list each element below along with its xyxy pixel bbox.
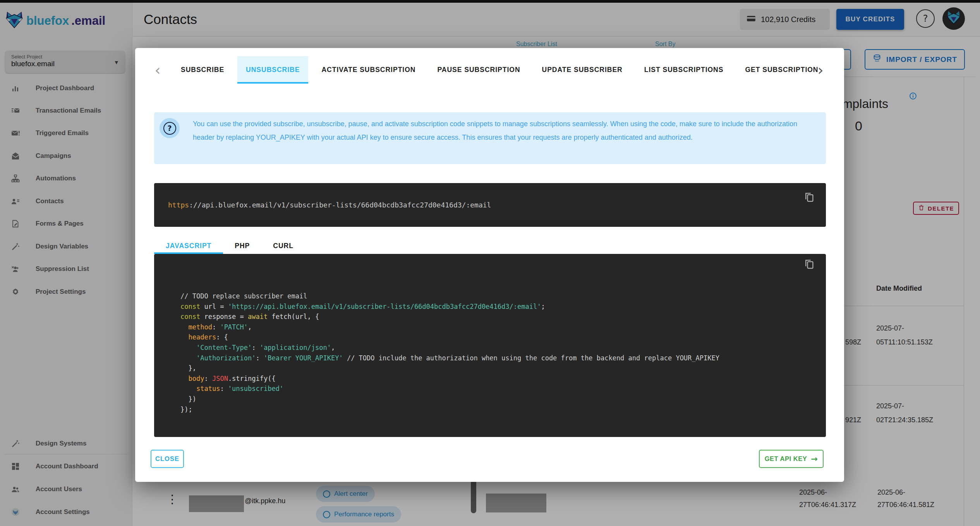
language-tab-javascript[interactable]: JAVASCRIPT [154, 239, 223, 254]
code-line: method: 'PATCH', [180, 322, 719, 332]
endpoint-url-block: https://api.bluefox.email/v1/subscriber-… [154, 183, 826, 227]
language-tab-curl[interactable]: CURL [261, 239, 305, 254]
tabs-chevron-left-icon[interactable]: ‹ [149, 56, 166, 84]
help-glyph: ? [163, 122, 176, 135]
tabs-chevron-right-icon[interactable]: › [812, 56, 829, 84]
url-scheme: https [168, 201, 189, 209]
modal-tab-activate-subscription[interactable]: ACTIVATE SUBSCRIPTION [313, 56, 424, 84]
code-line: const response = await fetch(url, { [180, 312, 719, 322]
screen: bluefox.email Select Project bluefox.ema… [0, 0, 980, 526]
code-line: headers: { [180, 332, 719, 343]
code-line: 'Content-Type': 'application/json', [180, 343, 719, 353]
modal-tab-list-subscriptions[interactable]: LIST SUBSCRIPTIONS [636, 56, 732, 84]
close-button[interactable]: CLOSE [151, 450, 184, 468]
code-content: // TODO replace subscriber emailconst ur… [180, 291, 719, 415]
copy-icon[interactable] [803, 259, 815, 270]
info-alert: ? You can use the provided subscribe, un… [154, 112, 826, 164]
code-block: // TODO replace subscriber emailconst ur… [154, 254, 826, 437]
help-circle-icon: ? [160, 118, 180, 138]
modal-tab-update-subscriber[interactable]: UPDATE SUBSCRIBER [534, 56, 631, 84]
code-line: status: 'unsubscribed' [180, 384, 719, 394]
modal-tab-pause-subscription[interactable]: PAUSE SUBSCRIPTION [429, 56, 529, 84]
code-line: }); [180, 404, 719, 415]
code-line: body: JSON.stringify({ [180, 374, 719, 384]
modal-tab-unsubscribe[interactable]: UNSUBSCRIBE [237, 56, 308, 84]
language-tab-php[interactable]: PHP [223, 239, 261, 254]
get-api-key-button[interactable]: GET API KEY → [759, 450, 824, 468]
code-line: // TODO replace subscriber email [180, 291, 719, 302]
api-snippets-modal: ‹ SUBSCRIBEUNSUBSCRIBEACTIVATE SUBSCRIPT… [135, 48, 844, 482]
endpoint-url: https://api.bluefox.email/v1/subscriber-… [168, 183, 491, 227]
language-tab-bar: JAVASCRIPTPHPCURL [154, 239, 305, 254]
get-api-key-label: GET API KEY [765, 455, 807, 463]
url-rest: ://api.bluefox.email/v1/subscriber-lists… [189, 201, 491, 209]
arrow-right-icon: → [811, 454, 818, 464]
modal-tab-bar: SUBSCRIBEUNSUBSCRIBEACTIVATE SUBSCRIPTIO… [172, 56, 827, 84]
code-line: const url = 'https://api.bluefox.email/v… [180, 302, 719, 312]
code-line: }, [180, 363, 719, 374]
code-line: 'Authorization': 'Bearer YOUR_APIKEY' //… [180, 353, 719, 363]
code-line: }) [180, 394, 719, 404]
modal-tab-subscribe[interactable]: SUBSCRIBE [172, 56, 233, 84]
info-alert-text: You can use the provided subscribe, unsu… [193, 117, 808, 144]
copy-icon[interactable] [803, 192, 815, 203]
